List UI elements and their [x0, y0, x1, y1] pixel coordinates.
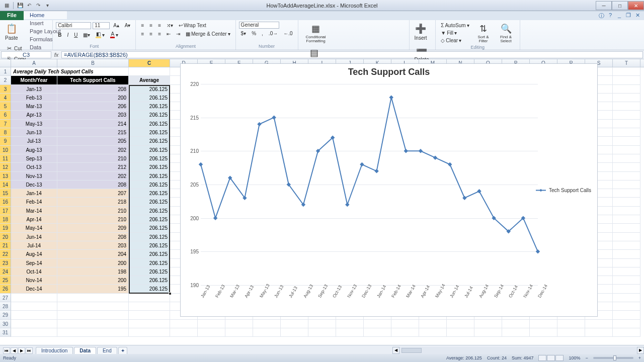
close-button[interactable]: ✕ — [628, 1, 644, 10]
cell[interactable]: 207 — [57, 189, 129, 198]
cell[interactable]: 206.125 — [129, 85, 170, 94]
cell[interactable]: 212 — [57, 163, 129, 171]
zoom-slider[interactable] — [593, 357, 633, 359]
cell[interactable]: 206.125 — [129, 111, 170, 119]
cell[interactable] — [502, 328, 530, 337]
cell[interactable]: 206.125 — [129, 276, 170, 285]
window-restore-icon[interactable]: ❐ — [625, 12, 632, 19]
chart-plot-area[interactable]: 190195200205210215220Jan-13Feb-13Mar-13A… — [201, 84, 538, 285]
cell[interactable]: Apr-13 — [11, 111, 57, 119]
cell[interactable]: 210 — [57, 215, 129, 224]
row-header[interactable]: 22 — [0, 250, 11, 258]
cell[interactable] — [613, 198, 640, 206]
cell[interactable] — [613, 180, 640, 189]
comma-button[interactable]: , — [260, 30, 265, 37]
cell[interactable] — [225, 320, 253, 328]
cell[interactable] — [557, 328, 585, 337]
clear-button[interactable]: ◇Clear▾ — [439, 37, 471, 44]
cell[interactable] — [57, 311, 129, 319]
cell[interactable] — [253, 328, 281, 337]
cell[interactable]: Jul-13 — [11, 137, 57, 145]
border-button[interactable]: ▦▾ — [81, 31, 92, 39]
fx-icon[interactable]: fx — [52, 52, 60, 58]
cell[interactable]: Mar-13 — [11, 102, 57, 111]
cell[interactable] — [474, 328, 502, 337]
help-icon[interactable]: ? — [607, 12, 614, 19]
last-sheet-button[interactable]: ⏭ — [26, 347, 33, 354]
cell[interactable] — [225, 328, 253, 337]
cell[interactable] — [613, 311, 640, 319]
cell[interactable] — [308, 328, 336, 337]
row-header[interactable]: 24 — [0, 267, 11, 276]
row-header[interactable]: 18 — [0, 215, 11, 224]
view-buttons[interactable] — [538, 355, 564, 361]
cell[interactable] — [253, 320, 281, 328]
row-header[interactable]: 23 — [0, 259, 11, 267]
cell[interactable]: 206.125 — [129, 120, 170, 128]
worksheet[interactable]: ABCDEFGHIJKLMNOPQRST 1Average Daily Tech… — [0, 59, 644, 345]
row-header[interactable]: 11 — [0, 154, 11, 163]
scroll-right-button[interactable]: ▶ — [637, 347, 644, 354]
cell[interactable]: Aug-13 — [11, 146, 57, 154]
chart-legend[interactable]: Tech Support Calls — [536, 188, 591, 193]
cell[interactable]: 198 — [57, 267, 129, 276]
cell[interactable] — [11, 311, 57, 319]
cell[interactable] — [613, 259, 640, 267]
maximize-button[interactable]: □ — [612, 1, 628, 10]
cell[interactable]: Jun-14 — [11, 233, 57, 241]
chart-object[interactable]: Tech Support Calls 190195200205210215220… — [180, 63, 598, 317]
minimize-ribbon-icon[interactable]: ⓘ — [598, 12, 605, 19]
cell[interactable]: Aug-14 — [11, 250, 57, 258]
excel-icon[interactable]: ▦ — [3, 2, 10, 9]
cell[interactable] — [613, 215, 640, 224]
cell[interactable]: 206.125 — [129, 259, 170, 267]
cell[interactable] — [447, 328, 474, 337]
cell[interactable] — [613, 207, 640, 215]
cell[interactable]: Jan-13 — [11, 85, 57, 94]
cell[interactable]: 206.125 — [129, 172, 170, 180]
cell[interactable]: Month/Year — [11, 76, 57, 84]
fill-handle[interactable] — [169, 292, 172, 295]
align-top-button[interactable]: ≡ — [139, 22, 146, 29]
cell[interactable] — [336, 328, 364, 337]
autosum-button[interactable]: ΣAutoSum▾ — [439, 22, 471, 29]
cell[interactable] — [419, 320, 447, 328]
cell[interactable] — [613, 294, 640, 302]
cell[interactable] — [613, 128, 640, 137]
cell[interactable]: Oct-13 — [11, 163, 57, 171]
row-header[interactable]: 14 — [0, 180, 11, 189]
row-header[interactable]: 8 — [0, 128, 11, 137]
row-header[interactable]: 16 — [0, 198, 11, 206]
cell[interactable] — [613, 172, 640, 180]
row-header[interactable]: 10 — [0, 146, 11, 154]
cell[interactable] — [474, 320, 502, 328]
cell[interactable] — [613, 320, 640, 328]
align-center-button[interactable]: ≡ — [147, 30, 154, 38]
increase-font-button[interactable]: A▴ — [111, 22, 121, 29]
cell[interactable] — [281, 328, 308, 337]
zoom-out-button[interactable]: − — [585, 355, 588, 360]
row-header[interactable]: 5 — [0, 102, 11, 111]
align-middle-button[interactable]: ≡ — [147, 22, 154, 29]
cell[interactable] — [129, 67, 170, 76]
cell[interactable] — [11, 320, 57, 328]
first-sheet-button[interactable]: ⏮ — [3, 347, 10, 354]
orientation-button[interactable]: ⤭▾ — [165, 22, 175, 29]
cell[interactable] — [170, 320, 198, 328]
cell[interactable]: 206.125 — [129, 102, 170, 111]
row-header[interactable]: 20 — [0, 233, 11, 241]
cell[interactable]: 206.125 — [129, 146, 170, 154]
cell[interactable]: 202 — [57, 172, 129, 180]
cell[interactable] — [336, 320, 364, 328]
column-header[interactable]: C — [129, 59, 170, 67]
sheet-tab[interactable]: Data — [74, 347, 96, 354]
cell[interactable] — [613, 241, 640, 250]
sheet-tab[interactable]: Introduction — [36, 347, 73, 354]
cell[interactable]: 210 — [57, 154, 129, 163]
cell[interactable]: 206.125 — [129, 180, 170, 189]
cell[interactable] — [57, 328, 129, 337]
cell[interactable]: 202 — [57, 146, 129, 154]
row-header[interactable]: 6 — [0, 111, 11, 119]
cell[interactable] — [198, 320, 225, 328]
cell[interactable]: Average Daily Tech Support Calls — [11, 67, 57, 76]
